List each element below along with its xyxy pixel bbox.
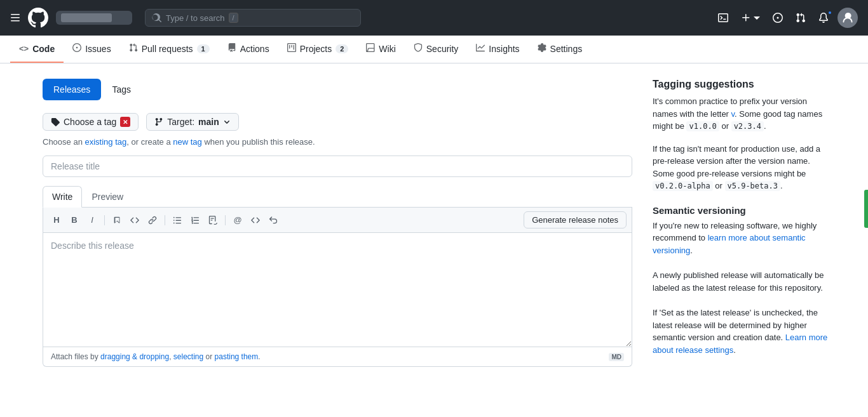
nav-issues-label: Issues [85,44,111,54]
projects-badge: 2 [336,44,348,53]
toolbar-mention[interactable]: @ [229,213,246,227]
nav-security-label: Security [426,44,459,54]
wiki-nav-icon [366,43,375,54]
tag-error-icon: ✕ [120,117,130,127]
target-branch-button[interactable]: Target: main [146,113,239,131]
attach-dragging-link[interactable]: dragging & dropping [100,352,169,361]
tag-target-row: Choose a tag ✕ Target: main [43,113,632,131]
semantic-versioning-body: If you're new to releasing software, we … [653,220,831,257]
markdown-icon: MD [609,353,624,361]
tagging-period: . [764,121,766,131]
pr-nav-icon [129,43,138,54]
attach-pasting-link[interactable]: pasting them [215,352,259,361]
write-tab[interactable]: Write [43,186,82,208]
attach-selecting-link[interactable]: selecting [173,352,203,361]
repo-breadcrumb[interactable] [56,11,132,25]
toolbar-link[interactable] [144,213,161,227]
nav-insights-label: Insights [489,44,519,54]
insights-nav-icon [476,43,485,54]
scroll-indicator [864,190,868,228]
main-container: Releases Tags Choose a tag ✕ Target: mai… [27,63,841,384]
editor-toolbar: H B I [43,208,632,233]
nav-projects[interactable]: Projects 2 [278,36,358,63]
nav-settings-label: Settings [550,44,583,54]
toolbar-unordered-list[interactable] [169,213,186,227]
toolbar-ordered-list[interactable] [187,213,203,227]
target-branch-label: main [198,117,219,127]
toolbar-reference[interactable] [247,213,264,227]
prerelease-beta: v5.9-beta.3 [725,181,780,191]
sidebar: Tagging suggestions It's common practice… [653,79,831,369]
content-left: Releases Tags Choose a tag ✕ Target: mai… [43,79,632,369]
tags-tab[interactable]: Tags [101,79,142,100]
semantic-versioning-link[interactable]: learn more about semantic versioning [653,233,806,255]
nav-code[interactable]: <> Code [10,36,64,63]
release-description-textarea[interactable] [43,233,632,347]
search-placeholder: Type / to search [166,13,225,23]
nav-settings[interactable]: Settings [529,36,592,63]
github-logo[interactable] [28,8,48,28]
nav-wiki[interactable]: Wiki [357,36,404,63]
nav-insights[interactable]: Insights [467,36,528,63]
tagging-v234: v2.3.4 [731,121,764,131]
toolbar-undo[interactable] [265,213,281,227]
avatar[interactable] [837,8,858,28]
toolbar-heading[interactable]: H [48,213,65,227]
nav-pullrequests[interactable]: Pull requests 1 [120,36,219,63]
nav-issues[interactable]: Issues [64,36,119,63]
choose-tag-button[interactable]: Choose a tag ✕ [43,113,139,131]
toolbar-task-list[interactable] [205,213,221,227]
choose-tag-label: Choose a tag [64,117,116,127]
nav-security[interactable]: Security [405,36,468,63]
new-dropdown-button[interactable] [737,10,764,25]
editor-tabs: Write Preview [43,186,632,208]
tagging-suggestions-section: Tagging suggestions It's common practice… [653,79,831,192]
terminal-button[interactable] [714,10,732,25]
nav-wiki-label: Wiki [379,44,395,54]
unchecked-section: If 'Set as the latest release' is unchec… [653,307,831,356]
releases-tab[interactable]: Releases [43,79,101,100]
semantic-versioning-title: Semantic versioning [653,205,831,216]
attach-files-text: Attach files by dragging & dropping, sel… [51,352,261,361]
top-nav: Type / to search / [0,0,868,36]
search-bar[interactable]: Type / to search / [145,9,361,27]
nav-actions-label: Actions [240,44,269,54]
actions-nav-icon [227,43,236,54]
prerelease-body: If the tag isn't meant for production us… [653,143,831,192]
search-shortcut: / [229,13,238,23]
release-tags-tabs: Releases Tags [43,79,632,100]
tagging-or: or [719,121,731,131]
toolbar-sep-3 [225,215,226,225]
generate-release-notes-button[interactable]: Generate release notes [524,211,627,228]
top-nav-actions [714,8,858,28]
issues-icon-button[interactable] [769,10,787,25]
prerelease-alpha: v0.2.0-alpha [653,181,713,191]
auto-label-section: A newly published release will automatic… [653,269,831,294]
pull-requests-icon-button[interactable] [792,10,810,25]
code-icon: <> [19,44,29,53]
pr-badge: 1 [197,44,210,53]
toolbar-sep-1 [104,215,105,225]
notification-dot [827,10,832,15]
release-settings-link[interactable]: Learn more about release settings [653,333,827,355]
nav-projects-label: Projects [300,44,332,54]
toolbar-quote[interactable] [109,213,125,227]
toolbar-italic[interactable]: I [84,213,100,227]
tagging-v100: v1.0.0 [686,121,719,131]
nav-actions[interactable]: Actions [219,36,278,63]
semantic-versioning-section: Semantic versioning If you're new to rel… [653,205,831,257]
preview-tab[interactable]: Preview [82,186,133,208]
auto-label-body: A newly published release will automatic… [653,269,831,294]
issues-nav-icon [72,43,81,54]
hamburger-menu[interactable] [10,13,20,23]
toolbar-code[interactable] [126,213,143,227]
repo-nav: <> Code Issues Pull requests 1 Actions [0,36,868,63]
hint-text: Choose an existing tag, or create a new … [43,137,632,147]
notifications-button[interactable] [815,10,832,25]
toolbar-bold[interactable]: B [66,213,83,227]
hint-existing-tag-link[interactable]: existing tag [85,137,127,147]
tagging-suggestions-body: It's common practice to prefix your vers… [653,95,831,133]
release-title-input[interactable] [43,156,632,177]
tagging-suggestions-title: Tagging suggestions [653,79,831,90]
hint-new-tag-link[interactable]: new tag [173,137,202,147]
